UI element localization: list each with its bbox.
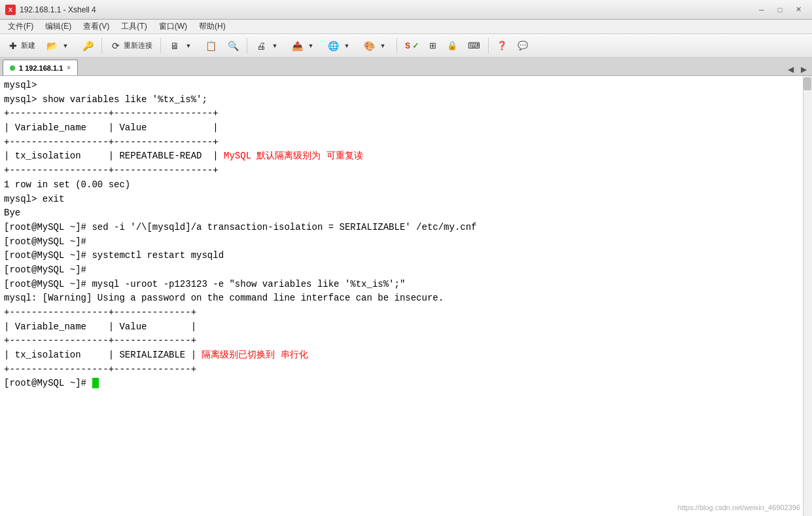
grid-button[interactable]: ⊞ [425, 37, 441, 55]
chat-button[interactable]: 💬 [513, 37, 533, 55]
title-bar: X 192.168.1.1 - Xshell 4 ─ □ ✕ [0, 0, 812, 20]
terminal[interactable]: mysql>mysql> show variables like '%tx_is… [0, 76, 812, 516]
tab-label: 1 192.168.1.1 [19, 64, 63, 72]
menu-window[interactable]: 窗口(W) [154, 20, 192, 33]
sftp-icon: S [405, 41, 410, 50]
terminal-line: +------------------+--------------+ [4, 363, 808, 377]
globe-dropdown-icon: ▼ [341, 40, 353, 52]
color-icon: 🎨 [363, 40, 375, 52]
check-icon: ✓ [412, 41, 419, 50]
lock-button[interactable]: 🔒 [442, 37, 462, 55]
monitor-dropdown-icon: ▼ [183, 40, 194, 52]
print-dropdown-icon: ▼ [269, 40, 281, 52]
terminal-line: +------------------+------------------+ [4, 107, 808, 121]
title-left: X 192.168.1.1 - Xshell 4 [5, 5, 96, 15]
tab-navigation: ◀ ▶ [785, 64, 809, 75]
transfer-button[interactable]: 📤 ▼ [287, 37, 321, 55]
terminal-cursor [92, 378, 99, 388]
dropdown-icon: ▼ [60, 40, 71, 52]
sep1 [101, 38, 102, 54]
connection-status-dot [10, 65, 15, 71]
terminal-line: | tx_isolation | SERIALIZABLE | 隔离级别已切换到… [4, 348, 808, 363]
terminal-line: +------------------+------------------+ [4, 164, 808, 178]
window-title: 192.168.1.1 - Xshell 4 [20, 5, 96, 14]
monitor-button[interactable]: 🖥 ▼ [164, 37, 199, 55]
menu-bar: 文件(F) 编辑(E) 查看(V) 工具(T) 窗口(W) 帮助(H) [0, 20, 812, 34]
annotation-text: 隔离级别已切换到 串行化 [202, 350, 308, 360]
scrollbar-thumb[interactable] [803, 77, 811, 90]
terminal-line: +------------------+------------------+ [4, 136, 808, 150]
close-button[interactable]: ✕ [790, 4, 807, 16]
new-icon: ✚ [7, 40, 19, 52]
tab-bar: 1 192.168.1.1 × ◀ ▶ [0, 58, 812, 76]
terminal-content: mysql>mysql> show variables like '%tx_is… [4, 79, 808, 391]
keyboard-button[interactable]: ⌨ [463, 37, 485, 55]
transfer-icon: 📤 [291, 40, 303, 52]
reconnect-button[interactable]: ⟳ 重新连接 [105, 37, 157, 55]
menu-help[interactable]: 帮助(H) [194, 20, 231, 33]
menu-tools[interactable]: 工具(T) [116, 20, 152, 33]
watermark: https://blog.csdn.net/weixin_46902396 [678, 502, 800, 513]
tab-prev-button[interactable]: ◀ [785, 64, 796, 75]
reconnect-icon: ⟳ [110, 40, 122, 52]
transfer-dropdown-icon: ▼ [305, 40, 317, 52]
sep5 [488, 38, 489, 54]
terminal-line: [root@MySQL ~]# systemctl restart mysqld [4, 249, 808, 263]
window-controls: ─ □ ✕ [753, 4, 807, 16]
help-button[interactable]: ❓ [492, 37, 512, 55]
sep2 [160, 38, 161, 54]
toolbar: ✚ 新建 📂 ▼ 🔑 ⟳ 重新连接 🖥 ▼ 📋 🔍 🖨 ▼ 📤 ▼ 🌐 ▼ 🎨 … [0, 34, 812, 58]
app-icon: X [5, 5, 16, 15]
color-dropdown-icon: ▼ [377, 40, 389, 52]
menu-view[interactable]: 查看(V) [78, 20, 115, 33]
chat-icon: 💬 [518, 41, 528, 50]
terminal-line: | tx_isolation | REPEATABLE-READ | MySQL… [4, 149, 808, 164]
print-button[interactable]: 🖨 ▼ [251, 37, 285, 55]
session-tab[interactable]: 1 192.168.1.1 × [3, 60, 78, 75]
menu-edit[interactable]: 编辑(E) [40, 20, 77, 33]
terminal-line: [root@MySQL ~]# [4, 263, 808, 278]
folder-icon: 📂 [46, 40, 58, 52]
terminal-line: 1 row in set (0.00 sec) [4, 178, 808, 193]
tab-close-button[interactable]: × [67, 64, 71, 71]
globe-button[interactable]: 🌐 ▼ [323, 37, 357, 55]
keyboard-icon: ⌨ [468, 41, 480, 50]
copy-button[interactable]: 📋 [200, 37, 221, 55]
terminal-line: [root@MySQL ~]# [4, 377, 808, 391]
help-icon: ❓ [497, 41, 507, 50]
maximize-button[interactable]: □ [771, 4, 788, 16]
reconnect-label: 重新连接 [124, 41, 152, 50]
terminal-line: [root@MySQL ~]# sed -i '/\[mysqld]/a tra… [4, 221, 808, 235]
terminal-line: mysql> show variables like '%tx_is%'; [4, 93, 808, 107]
terminal-line: | Variable_name | Value | [4, 320, 808, 335]
terminal-line: +------------------+--------------+ [4, 306, 808, 320]
terminal-line: | Variable_name | Value | [4, 121, 808, 136]
sep4 [397, 38, 397, 54]
scrollbar[interactable] [803, 76, 812, 516]
new-label: 新建 [21, 41, 35, 50]
open-folder-button[interactable]: 📂 ▼ [41, 37, 76, 55]
grid-icon: ⊞ [429, 41, 436, 50]
terminal-line: [root@MySQL ~]# mysql -uroot -p123123 -e… [4, 278, 808, 292]
new-button[interactable]: ✚ 新建 [3, 37, 40, 55]
tab-next-button[interactable]: ▶ [798, 64, 809, 75]
key-button[interactable]: 🔑 [77, 37, 98, 55]
annotation-text: MySQL 默认隔离级别为 可重复读 [224, 151, 363, 161]
terminal-line: [root@MySQL ~]# [4, 235, 808, 249]
copy-icon: 📋 [205, 40, 217, 52]
terminal-line: Bye [4, 206, 808, 221]
color-button[interactable]: 🎨 ▼ [359, 37, 393, 55]
sftp-button[interactable]: S ✓ [400, 37, 423, 55]
minimize-button[interactable]: ─ [753, 4, 770, 16]
key-icon: 🔑 [82, 40, 94, 52]
sep3 [247, 38, 247, 54]
find-button[interactable]: 🔍 [222, 37, 243, 55]
terminal-line: +------------------+--------------+ [4, 334, 808, 348]
lock-icon: 🔒 [447, 41, 457, 50]
globe-icon: 🌐 [327, 40, 339, 52]
terminal-line: mysql> exit [4, 193, 808, 207]
monitor-icon: 🖥 [169, 40, 181, 52]
find-icon: 🔍 [227, 40, 239, 52]
menu-file[interactable]: 文件(F) [3, 20, 39, 33]
terminal-line: mysql: [Warning] Using a password on the… [4, 291, 808, 306]
